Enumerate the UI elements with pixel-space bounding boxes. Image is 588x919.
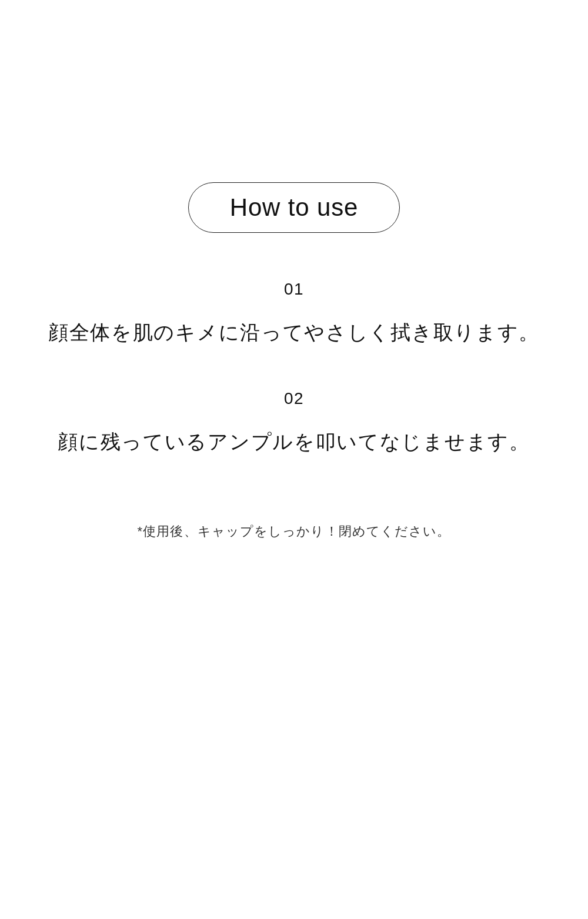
step-1-section: 01 顔全体を肌のキメに沿ってやさしく拭き取ります。	[0, 280, 588, 348]
page-container: How to use 01 顔全体を肌のキメに沿ってやさしく拭き取ります。 02…	[0, 0, 588, 919]
step-1-text: 顔全体を肌のキメに沿ってやさしく拭き取ります。	[48, 316, 540, 348]
note-section: *使用後、キャップをしっかり！閉めてください。	[0, 523, 588, 540]
step-2-number: 02	[284, 389, 304, 408]
title-badge: How to use	[188, 182, 400, 233]
step-2-text: 顔に残っているアンプルを叩いてなじませます。	[58, 426, 530, 457]
step-1-number: 01	[284, 280, 304, 299]
step-2-section: 02 顔に残っているアンプルを叩いてなじませます。	[0, 389, 588, 457]
page-title: How to use	[230, 193, 359, 222]
note-text: *使用後、キャップをしっかり！閉めてください。	[138, 523, 451, 540]
